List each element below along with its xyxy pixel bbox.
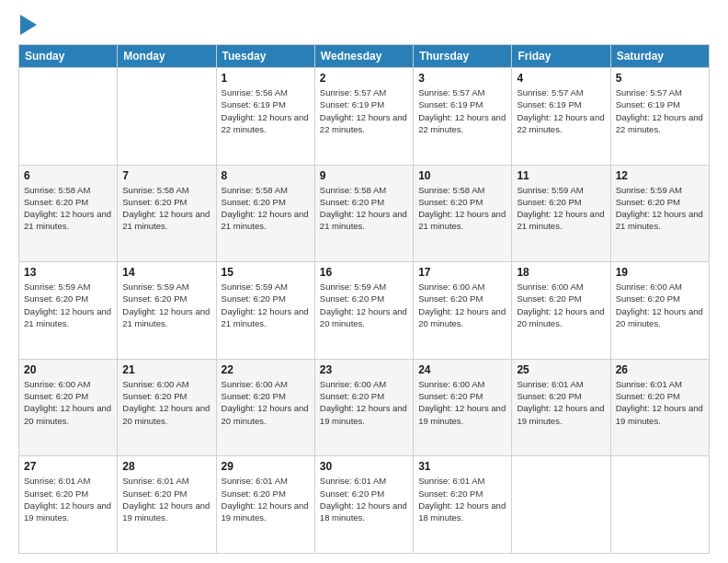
calendar-cell: 25Sunrise: 6:01 AM Sunset: 6:20 PM Dayli… <box>512 359 610 456</box>
day-number: 8 <box>222 169 310 182</box>
day-info: Sunrise: 6:00 AM Sunset: 6:20 PM Dayligh… <box>517 281 605 329</box>
page: SundayMondayTuesdayWednesdayThursdayFrid… <box>0 0 728 563</box>
day-number: 16 <box>320 266 408 279</box>
week-row-2: 6Sunrise: 5:58 AM Sunset: 6:20 PM Daylig… <box>19 165 710 262</box>
calendar-cell: 26Sunrise: 6:01 AM Sunset: 6:20 PM Dayli… <box>610 359 709 456</box>
calendar-cell: 2Sunrise: 5:57 AM Sunset: 6:19 PM Daylig… <box>314 68 413 166</box>
day-number: 31 <box>418 460 506 473</box>
day-info: Sunrise: 5:59 AM Sunset: 6:20 PM Dayligh… <box>122 281 210 329</box>
weekday-thursday: Thursday <box>414 45 512 68</box>
calendar-cell: 27Sunrise: 6:01 AM Sunset: 6:20 PM Dayli… <box>19 456 118 554</box>
calendar-cell: 14Sunrise: 5:59 AM Sunset: 6:20 PM Dayli… <box>118 262 216 360</box>
calendar-cell: 31Sunrise: 6:01 AM Sunset: 6:20 PM Dayli… <box>414 456 512 554</box>
day-number: 20 <box>24 363 112 376</box>
day-info: Sunrise: 6:01 AM Sunset: 6:20 PM Dayligh… <box>517 378 605 427</box>
day-info: Sunrise: 6:00 AM Sunset: 6:20 PM Dayligh… <box>222 378 310 427</box>
week-row-1: 1Sunrise: 5:56 AM Sunset: 6:19 PM Daylig… <box>19 68 710 166</box>
weekday-friday: Friday <box>512 45 610 68</box>
weekday-tuesday: Tuesday <box>216 45 314 68</box>
day-number: 17 <box>418 266 506 279</box>
day-info: Sunrise: 6:00 AM Sunset: 6:20 PM Dayligh… <box>418 281 506 329</box>
calendar-cell <box>512 456 610 554</box>
calendar-cell: 19Sunrise: 6:00 AM Sunset: 6:20 PM Dayli… <box>610 262 709 360</box>
day-number: 14 <box>122 266 210 279</box>
day-number: 12 <box>616 169 704 182</box>
calendar-cell: 8Sunrise: 5:58 AM Sunset: 6:20 PM Daylig… <box>216 165 314 262</box>
day-number: 2 <box>320 72 408 85</box>
day-info: Sunrise: 6:00 AM Sunset: 6:20 PM Dayligh… <box>24 378 112 427</box>
day-number: 23 <box>320 363 408 376</box>
day-number: 30 <box>320 460 408 473</box>
calendar-cell: 16Sunrise: 5:59 AM Sunset: 6:20 PM Dayli… <box>314 262 413 360</box>
day-number: 24 <box>418 363 506 376</box>
calendar-cell: 17Sunrise: 6:00 AM Sunset: 6:20 PM Dayli… <box>414 262 512 360</box>
header <box>18 15 710 35</box>
day-number: 1 <box>222 72 310 85</box>
day-info: Sunrise: 6:00 AM Sunset: 6:20 PM Dayligh… <box>122 378 210 427</box>
calendar-cell: 29Sunrise: 6:01 AM Sunset: 6:20 PM Dayli… <box>216 456 314 554</box>
weekday-sunday: Sunday <box>19 45 118 68</box>
day-info: Sunrise: 6:01 AM Sunset: 6:20 PM Dayligh… <box>320 475 408 523</box>
week-row-4: 20Sunrise: 6:00 AM Sunset: 6:20 PM Dayli… <box>19 359 710 456</box>
day-info: Sunrise: 6:01 AM Sunset: 6:20 PM Dayligh… <box>122 475 210 523</box>
day-number: 4 <box>517 72 605 85</box>
day-info: Sunrise: 5:59 AM Sunset: 6:20 PM Dayligh… <box>24 281 112 329</box>
week-row-5: 27Sunrise: 6:01 AM Sunset: 6:20 PM Dayli… <box>19 456 710 554</box>
calendar-cell: 13Sunrise: 5:59 AM Sunset: 6:20 PM Dayli… <box>19 262 118 360</box>
calendar-cell: 11Sunrise: 5:59 AM Sunset: 6:20 PM Dayli… <box>512 165 610 262</box>
day-number: 28 <box>122 460 210 473</box>
calendar-cell: 7Sunrise: 5:58 AM Sunset: 6:20 PM Daylig… <box>118 165 216 262</box>
day-info: Sunrise: 5:58 AM Sunset: 6:20 PM Dayligh… <box>320 184 408 233</box>
calendar-cell: 30Sunrise: 6:01 AM Sunset: 6:20 PM Dayli… <box>314 456 413 554</box>
calendar-cell: 3Sunrise: 5:57 AM Sunset: 6:19 PM Daylig… <box>414 68 512 166</box>
day-number: 5 <box>616 72 704 85</box>
day-info: Sunrise: 5:59 AM Sunset: 6:20 PM Dayligh… <box>616 184 704 233</box>
day-info: Sunrise: 6:01 AM Sunset: 6:20 PM Dayligh… <box>24 475 112 523</box>
day-info: Sunrise: 6:01 AM Sunset: 6:20 PM Dayligh… <box>418 475 506 523</box>
day-info: Sunrise: 5:59 AM Sunset: 6:20 PM Dayligh… <box>222 281 310 329</box>
day-number: 18 <box>517 266 605 279</box>
day-number: 19 <box>616 266 704 279</box>
calendar-cell: 9Sunrise: 5:58 AM Sunset: 6:20 PM Daylig… <box>314 165 413 262</box>
logo-icon <box>20 15 37 35</box>
calendar-cell: 5Sunrise: 5:57 AM Sunset: 6:19 PM Daylig… <box>610 68 709 166</box>
day-number: 26 <box>616 363 704 376</box>
day-info: Sunrise: 5:58 AM Sunset: 6:20 PM Dayligh… <box>418 184 506 233</box>
day-info: Sunrise: 5:57 AM Sunset: 6:19 PM Dayligh… <box>517 86 605 135</box>
day-info: Sunrise: 5:57 AM Sunset: 6:19 PM Dayligh… <box>616 86 704 135</box>
day-number: 6 <box>24 169 112 182</box>
day-number: 15 <box>222 266 310 279</box>
calendar-cell: 18Sunrise: 6:00 AM Sunset: 6:20 PM Dayli… <box>512 262 610 360</box>
calendar-cell: 1Sunrise: 5:56 AM Sunset: 6:19 PM Daylig… <box>216 68 314 166</box>
weekday-header-row: SundayMondayTuesdayWednesdayThursdayFrid… <box>19 45 710 68</box>
day-info: Sunrise: 5:58 AM Sunset: 6:20 PM Dayligh… <box>222 184 310 233</box>
calendar-cell: 24Sunrise: 6:00 AM Sunset: 6:20 PM Dayli… <box>414 359 512 456</box>
week-row-3: 13Sunrise: 5:59 AM Sunset: 6:20 PM Dayli… <box>19 262 710 360</box>
day-info: Sunrise: 6:01 AM Sunset: 6:20 PM Dayligh… <box>222 475 310 523</box>
calendar-cell <box>118 68 216 166</box>
day-info: Sunrise: 6:01 AM Sunset: 6:20 PM Dayligh… <box>616 378 704 427</box>
calendar-cell: 20Sunrise: 6:00 AM Sunset: 6:20 PM Dayli… <box>19 359 118 456</box>
day-info: Sunrise: 5:56 AM Sunset: 6:19 PM Dayligh… <box>222 86 310 135</box>
calendar-cell: 21Sunrise: 6:00 AM Sunset: 6:20 PM Dayli… <box>118 359 216 456</box>
weekday-monday: Monday <box>118 45 216 68</box>
calendar-cell: 28Sunrise: 6:01 AM Sunset: 6:20 PM Dayli… <box>118 456 216 554</box>
calendar-cell: 10Sunrise: 5:58 AM Sunset: 6:20 PM Dayli… <box>414 165 512 262</box>
calendar-cell: 12Sunrise: 5:59 AM Sunset: 6:20 PM Dayli… <box>610 165 709 262</box>
day-number: 27 <box>24 460 112 473</box>
day-number: 13 <box>24 266 112 279</box>
calendar-cell <box>19 68 118 166</box>
day-number: 25 <box>517 363 605 376</box>
calendar-cell: 23Sunrise: 6:00 AM Sunset: 6:20 PM Dayli… <box>314 359 413 456</box>
calendar-table: SundayMondayTuesdayWednesdayThursdayFrid… <box>18 44 710 554</box>
weekday-wednesday: Wednesday <box>314 45 413 68</box>
day-number: 9 <box>320 169 408 182</box>
day-info: Sunrise: 5:58 AM Sunset: 6:20 PM Dayligh… <box>24 184 112 233</box>
day-number: 7 <box>122 169 210 182</box>
calendar-cell: 6Sunrise: 5:58 AM Sunset: 6:20 PM Daylig… <box>19 165 118 262</box>
day-number: 21 <box>122 363 210 376</box>
day-info: Sunrise: 5:57 AM Sunset: 6:19 PM Dayligh… <box>320 86 408 135</box>
day-number: 10 <box>418 169 506 182</box>
day-info: Sunrise: 5:57 AM Sunset: 6:19 PM Dayligh… <box>418 86 506 135</box>
day-info: Sunrise: 5:59 AM Sunset: 6:20 PM Dayligh… <box>517 184 605 233</box>
